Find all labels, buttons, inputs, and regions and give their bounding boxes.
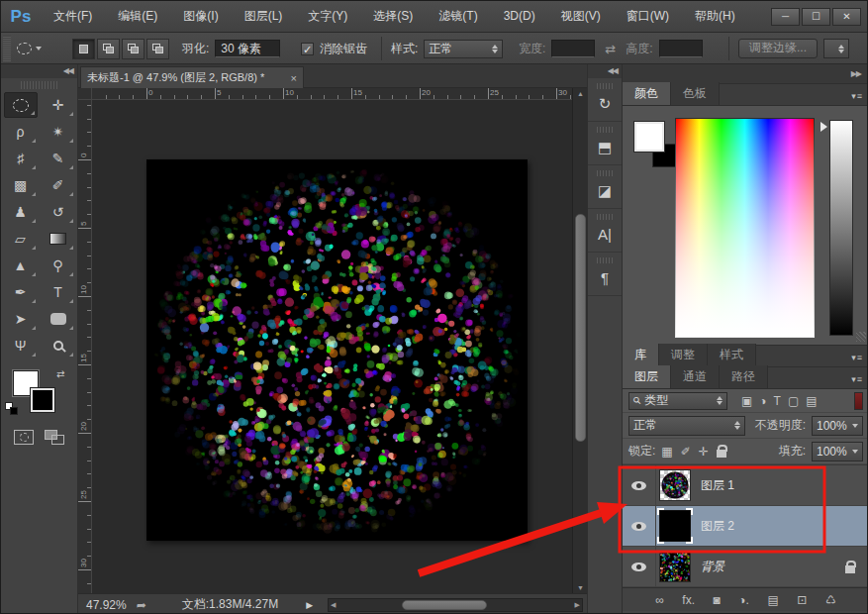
history-brush-tool[interactable]: ↺	[42, 199, 75, 225]
refine-edge-button[interactable]: 调整边缘...	[738, 39, 818, 58]
lasso-tool[interactable]: ρ	[4, 119, 38, 145]
layer-name[interactable]: 图层 2	[701, 518, 734, 535]
close-button[interactable]: ✕	[832, 8, 861, 26]
screen-mode-button[interactable]	[45, 430, 64, 445]
default-colors-icon[interactable]	[5, 402, 18, 415]
dock-grip[interactable]	[595, 170, 615, 176]
gradient-tool[interactable]	[42, 226, 75, 252]
dock-grip[interactable]	[595, 214, 615, 220]
minimize-button[interactable]: ─	[771, 8, 800, 26]
visibility-cell[interactable]	[623, 506, 656, 547]
tab-调整[interactable]: 调整	[659, 344, 708, 366]
layer-thumbnail[interactable]	[659, 510, 691, 542]
tab-通道[interactable]: 通道	[671, 365, 720, 388]
luminance-slider[interactable]	[829, 120, 853, 336]
clone-stamp-tool[interactable]: ♟	[4, 199, 38, 225]
dodge-tool[interactable]: ⚲	[42, 253, 75, 278]
type-tool[interactable]: T	[42, 279, 75, 305]
visibility-cell[interactable]	[623, 465, 656, 506]
filter-type-dropdown[interactable]: ⚲ 类型	[628, 392, 727, 410]
background-color-swatch[interactable]	[31, 388, 54, 412]
workspace-dropdown[interactable]	[823, 39, 849, 58]
tab-样式[interactable]: 样式	[708, 344, 756, 366]
subtract-selection-button[interactable]	[122, 39, 145, 59]
character-panel-icon[interactable]: A|	[588, 224, 622, 246]
move-tool[interactable]: ✛	[42, 92, 75, 118]
patch-tool[interactable]: ▩	[4, 172, 38, 198]
menu-item-0[interactable]: 文件(F)	[41, 1, 105, 32]
tab-颜色[interactable]: 颜色	[623, 82, 671, 105]
path-selection-tool[interactable]: ➤	[4, 306, 38, 332]
document-canvas[interactable]	[146, 159, 528, 541]
dock-grip[interactable]	[595, 127, 615, 133]
layer-row-2[interactable]: 图层 2	[623, 506, 868, 547]
scroll-left-icon[interactable]: ◀	[331, 601, 336, 609]
tool-preset-button[interactable]	[17, 33, 42, 64]
panel-expand-button[interactable]: ▶▶	[623, 64, 868, 84]
horizontal-scroll-thumb[interactable]	[402, 600, 487, 610]
swap-colors-icon[interactable]: ⇄	[56, 368, 64, 379]
history-panel-icon[interactable]: ↻	[588, 93, 622, 115]
add-selection-button[interactable]	[97, 39, 120, 59]
visibility-cell[interactable]	[623, 547, 656, 587]
tab-库[interactable]: 库	[623, 344, 659, 366]
layer-name[interactable]: 背景	[701, 559, 724, 575]
dock-collapse-button[interactable]: ◀◀	[588, 64, 622, 78]
scroll-down-icon[interactable]: ▼	[573, 584, 588, 591]
styles-panel-icon[interactable]: ◪	[588, 180, 622, 202]
magic-wand-tool[interactable]: ✴	[42, 119, 75, 145]
width-input[interactable]	[551, 40, 595, 57]
group-layers-icon[interactable]: ▤	[767, 593, 778, 607]
menu-item-2[interactable]: 图像(I)	[170, 1, 231, 32]
layer-thumbnail[interactable]	[659, 469, 691, 501]
dock-grip[interactable]	[595, 83, 615, 89]
panel-menu-icon[interactable]: ▾≡	[851, 91, 863, 101]
toolbar-collapse-button[interactable]: ◀◀	[1, 64, 77, 78]
eyedropper-tool[interactable]: ✎	[42, 146, 75, 171]
antialias-checkbox[interactable]: ✓	[301, 43, 314, 55]
panel-menu-icon[interactable]: ▾≡	[851, 374, 863, 384]
layer-style-icon[interactable]: fx.	[682, 593, 695, 607]
menu-item-7[interactable]: 3D(D)	[491, 1, 548, 32]
crop-tool[interactable]: ♯	[4, 146, 38, 171]
height-input[interactable]	[659, 40, 703, 57]
elliptical-marquee-tool[interactable]	[4, 92, 38, 118]
layer-thumbnail[interactable]	[659, 551, 691, 582]
filter-smart-object-icon[interactable]: ▤	[806, 394, 817, 408]
hand-tool[interactable]: Ψ	[4, 333, 38, 358]
lock-all-icon[interactable]	[717, 450, 726, 458]
layer-row-1[interactable]: 图层 1	[623, 465, 868, 506]
vertical-scroll-thumb[interactable]	[575, 214, 586, 442]
options-grip[interactable]	[3, 36, 11, 61]
menu-item-6[interactable]: 滤镜(T)	[426, 1, 490, 32]
layer-row-3[interactable]: 背景	[623, 547, 868, 587]
delete-layer-icon[interactable]: ♺	[825, 593, 836, 607]
maximize-button[interactable]: ☐	[802, 8, 830, 26]
tab-路径[interactable]: 路径	[720, 365, 768, 388]
scroll-up-icon[interactable]: ▲	[573, 90, 588, 97]
paragraph-panel-icon[interactable]: ¶	[588, 267, 622, 289]
menu-item-8[interactable]: 视图(V)	[548, 1, 614, 32]
toolbar-grip[interactable]	[19, 81, 59, 89]
panel-menu-icon[interactable]: ▾≡	[851, 353, 863, 362]
visibility-eye-icon[interactable]	[631, 481, 646, 490]
style-dropdown[interactable]: 正常	[424, 40, 503, 58]
zoom-level[interactable]: 47.92%	[86, 598, 127, 612]
3d-panel-icon[interactable]: ⬒	[588, 137, 622, 158]
eraser-tool[interactable]: ▱	[4, 226, 38, 252]
visibility-eye-icon[interactable]	[631, 522, 646, 531]
lock-position-icon[interactable]: ✛	[699, 445, 709, 459]
tab-色板[interactable]: 色板	[671, 82, 720, 105]
filter-shape-icon[interactable]: ▢	[788, 394, 799, 408]
layer-mask-icon[interactable]: ◙	[714, 593, 721, 607]
dock-grip[interactable]	[595, 257, 615, 263]
layer-name[interactable]: 图层 1	[701, 477, 734, 494]
zoom-tool[interactable]	[42, 333, 75, 358]
new-layer-icon[interactable]: ⊡	[797, 593, 807, 607]
menu-item-9[interactable]: 窗口(W)	[614, 1, 682, 32]
foreground-color-well[interactable]	[634, 122, 664, 152]
intersect-selection-button[interactable]	[146, 39, 169, 59]
blend-mode-dropdown[interactable]: 正常	[628, 416, 745, 436]
menu-item-4[interactable]: 文字(Y)	[295, 1, 360, 32]
tab-close-icon[interactable]: ×	[291, 72, 297, 84]
